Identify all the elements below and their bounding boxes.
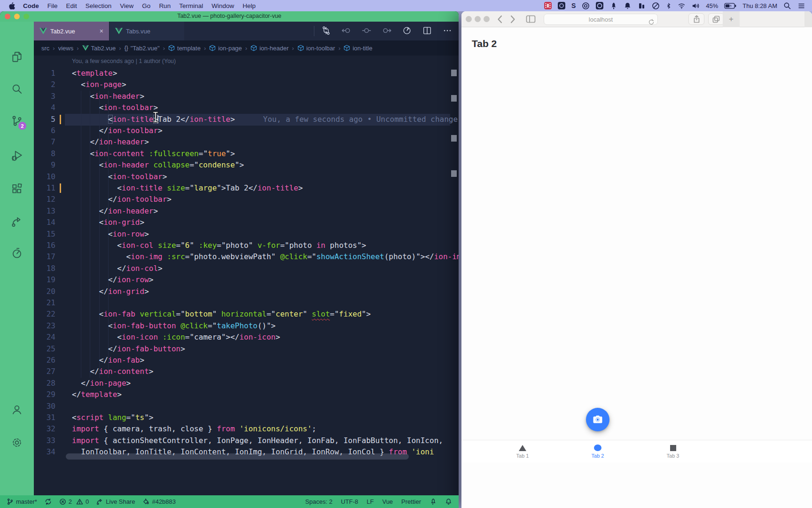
- git-branch-indicator[interactable]: master*: [7, 498, 37, 505]
- peacock-color-button[interactable]: #42b883: [142, 498, 176, 505]
- code-line[interactable]: </ion-fab-button>: [72, 343, 185, 355]
- overview-ruler[interactable]: [450, 56, 459, 495]
- indentation-indicator[interactable]: Spaces: 2: [305, 498, 333, 505]
- bluetooth-icon[interactable]: [666, 2, 671, 10]
- reload-icon[interactable]: [648, 16, 655, 28]
- current-change-icon[interactable]: [361, 25, 373, 37]
- code-line[interactable]: <template>: [72, 68, 117, 79]
- code-line[interactable]: <ion-title>Tab 2</ion-title>You, a few s…: [72, 114, 458, 125]
- more-actions-icon[interactable]: [442, 25, 453, 37]
- code-line[interactable]: <ion-img :src="photo.webviewPath" @click…: [72, 251, 459, 262]
- menu-item-go[interactable]: Go: [138, 2, 155, 9]
- encoding-indicator[interactable]: UTF-8: [341, 498, 358, 505]
- code-line[interactable]: import { camera, trash, close } from 'io…: [72, 423, 316, 435]
- control-center-icon[interactable]: [797, 2, 805, 10]
- target-icon[interactable]: [582, 2, 590, 10]
- ion-tab-tab-3[interactable]: Tab 3: [635, 440, 710, 463]
- menu-item-edit[interactable]: Edit: [62, 2, 81, 9]
- record-app-icon[interactable]: [596, 2, 603, 9]
- breadcrumb-item[interactable]: {}"Tab2.vue": [125, 45, 160, 52]
- camera-fab-button[interactable]: [586, 408, 609, 431]
- horizontal-scrollbar[interactable]: [66, 453, 409, 460]
- breadcrumb-item[interactable]: ion-page: [209, 45, 242, 52]
- menu-item-terminal[interactable]: Terminal: [175, 2, 207, 9]
- run-debug-icon[interactable]: [11, 150, 23, 162]
- sidebar-toggle-icon[interactable]: [523, 13, 538, 25]
- code-line[interactable]: </ion-row>: [72, 274, 153, 286]
- battery-icon[interactable]: [724, 3, 736, 9]
- rocket-menu-icon[interactable]: [609, 2, 617, 10]
- menu-clock[interactable]: Thu 8:28 AM: [742, 2, 777, 9]
- language-mode-indicator[interactable]: Vue: [382, 498, 393, 505]
- menu-item-selection[interactable]: Selection: [81, 2, 116, 9]
- notifications-bell-icon[interactable]: [445, 498, 452, 505]
- editor[interactable]: You, a few seconds ago | 1 author (You) …: [34, 56, 459, 495]
- eol-indicator[interactable]: LF: [367, 498, 374, 505]
- code-line[interactable]: </ion-content>: [72, 366, 153, 377]
- compare-changes-icon[interactable]: [321, 25, 332, 37]
- forward-button[interactable]: [507, 13, 519, 25]
- menu-item-window[interactable]: Window: [207, 2, 238, 9]
- code-line[interactable]: </ion-fab>: [72, 355, 144, 366]
- settings-gear-icon[interactable]: [11, 437, 23, 449]
- bell-menu-icon[interactable]: [624, 2, 632, 10]
- menu-item-help[interactable]: Help: [238, 2, 260, 9]
- code-line[interactable]: <ion-toolbar>: [72, 171, 167, 183]
- window-split-icon[interactable]: [638, 2, 646, 10]
- breadcrumb-item[interactable]: views: [58, 45, 74, 52]
- sync-button[interactable]: [45, 498, 52, 505]
- previous-change-icon[interactable]: [341, 25, 352, 37]
- breadcrumb-item[interactable]: template: [168, 45, 201, 52]
- code-line[interactable]: <ion-header>: [72, 91, 144, 102]
- code-line[interactable]: </ion-grid>: [72, 286, 149, 297]
- code-line[interactable]: <ion-title size="large">Tab 2</ion-title…: [72, 183, 303, 194]
- split-editor-icon[interactable]: [422, 25, 433, 37]
- live-share-button[interactable]: Live Share: [96, 498, 135, 505]
- code-line[interactable]: import { actionSheetController, IonPage,…: [72, 435, 443, 446]
- codelens-annotation[interactable]: You, a few seconds ago | 1 author (You): [72, 58, 176, 64]
- spotlight-search-icon[interactable]: [783, 2, 791, 10]
- s-app-icon[interactable]: S: [571, 2, 576, 9]
- wifi-icon[interactable]: [678, 2, 686, 10]
- code-line[interactable]: <ion-header collapse="condense">: [72, 159, 244, 171]
- volume-icon[interactable]: [692, 2, 700, 10]
- source-control-icon[interactable]: 2: [11, 115, 23, 127]
- film-app-icon[interactable]: [544, 2, 552, 9]
- extensions-icon[interactable]: [11, 183, 23, 195]
- code-line[interactable]: <ion-grid>: [72, 217, 144, 228]
- code-line[interactable]: <ion-fab vertical="bottom" horizontal="c…: [72, 309, 371, 320]
- menu-item-file[interactable]: File: [43, 2, 62, 9]
- tab-tab2-vue[interactable]: Tab2.vue ×: [34, 22, 109, 40]
- live-share-icon[interactable]: [11, 215, 23, 228]
- code-line[interactable]: <ion-col size="6" :key="photo" v-for="ph…: [72, 240, 366, 251]
- next-change-icon[interactable]: [382, 25, 393, 37]
- explorer-icon[interactable]: [11, 51, 23, 63]
- close-tab-icon[interactable]: ×: [100, 27, 103, 35]
- breadcrumb-item[interactable]: Tab2.vue: [82, 45, 116, 52]
- code-line[interactable]: <script lang="ts">: [72, 412, 153, 423]
- tab-overview-icon[interactable]: [708, 13, 724, 25]
- code-line[interactable]: </ion-header>: [72, 206, 158, 217]
- code-line[interactable]: </ion-col>: [72, 263, 163, 274]
- code-area[interactable]: 1<template>2 <ion-page>3 <ion-header>4 <…: [34, 56, 459, 495]
- breadcrumb-item[interactable]: ion-toolbar: [297, 45, 335, 52]
- code-line[interactable]: </ion-page>: [72, 378, 131, 389]
- back-button[interactable]: [493, 13, 506, 25]
- apple-menu-icon[interactable]: [5, 2, 19, 9]
- camera-app-icon[interactable]: [558, 2, 565, 9]
- menu-item-view[interactable]: View: [116, 2, 138, 9]
- share-icon[interactable]: [688, 13, 704, 25]
- code-line[interactable]: <ion-page>: [72, 79, 126, 90]
- code-line[interactable]: </template>: [72, 389, 122, 400]
- search-icon[interactable]: [11, 83, 23, 95]
- accounts-icon[interactable]: [11, 404, 23, 416]
- code-line[interactable]: </ion-toolbar>: [72, 194, 172, 205]
- new-tab-button[interactable]: +: [723, 11, 740, 27]
- code-line[interactable]: <ion-fab-button @click="takePhoto()">: [72, 320, 276, 332]
- tab-tabs-vue[interactable]: Tabs.vue: [109, 22, 184, 40]
- menu-item-code[interactable]: Code: [19, 2, 43, 9]
- code-line[interactable]: </ion-toolbar>: [72, 125, 163, 136]
- code-line[interactable]: <ion-content :fullscreen="true">: [72, 148, 235, 159]
- code-line[interactable]: <ion-row>: [72, 229, 149, 240]
- rocket-feedback-icon[interactable]: [429, 498, 437, 505]
